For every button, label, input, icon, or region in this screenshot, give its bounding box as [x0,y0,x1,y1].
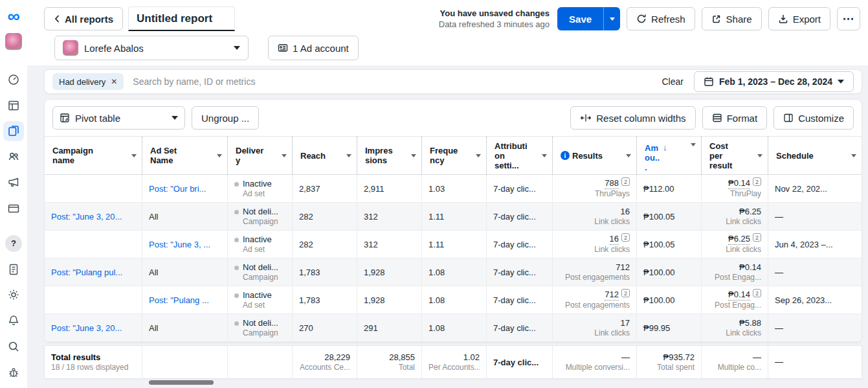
export-button[interactable]: Export [768,7,830,30]
column-header-impressions[interactable]: Impressions [357,137,421,174]
notes-icon[interactable] [3,259,24,280]
billing-card-icon[interactable] [3,198,24,219]
report-bug-icon[interactable] [3,362,24,383]
cell-adset-name: All [142,203,227,230]
column-label: Amou... [645,143,660,172]
chevron-down-icon[interactable] [411,154,416,157]
campaign-link[interactable]: Post: "June 3, 20... [51,323,122,333]
chevron-down-icon[interactable] [626,154,631,157]
adset-link[interactable]: Post: "Pulang ... [149,295,209,305]
results-value[interactable]: 16 [610,234,619,245]
adset-link[interactable]: Post: "Our bri... [149,184,206,194]
format-button[interactable]: Format [702,106,768,130]
attribution-count-badge: 2 [621,233,630,242]
account-overview-icon[interactable] [3,69,24,90]
chevron-down-icon[interactable] [757,154,762,157]
settings-gear-icon[interactable] [3,285,24,306]
campaigns-table-icon[interactable] [3,95,24,116]
date-range-button[interactable]: Feb 1, 2023 – Dec 28, 2024 [694,71,854,92]
account-avatar [63,40,78,56]
account-selector[interactable]: Lorefe Abalos [54,36,249,60]
results-value[interactable]: 788 [605,178,619,189]
chevron-down-icon[interactable] [131,154,137,157]
table-row[interactable]: Post: "Our bri... InactiveAd set 2,837 2… [45,175,862,203]
column-header-adset-name[interactable]: Ad Set Name [142,137,227,174]
profile-avatar[interactable] [5,33,22,50]
adset-link[interactable]: Post: "June 3, ... [149,240,210,249]
column-header-frequency[interactable]: Frequency [421,137,486,174]
chevron-down-icon[interactable] [851,154,856,157]
chevron-down-icon[interactable] [691,143,696,146]
info-icon[interactable]: i [561,151,570,160]
total-cost-per-result: — Multiple co... [701,346,768,378]
cell-amount-spent: ₱100.00 [636,286,701,314]
column-header-amount-spent[interactable]: Amou... ↓ [636,137,701,174]
account-name: Lorefe Abalos [84,43,144,54]
chevron-down-icon[interactable] [542,154,547,157]
attribution-count-badge: 2 [621,289,630,297]
reset-column-widths-button[interactable]: Reset column widths [570,106,695,130]
cost-unit: Link clicks [726,328,761,338]
customize-button[interactable]: Customize [773,106,854,130]
column-header-cost-per-result[interactable]: Cost per result [701,137,768,174]
help-icon[interactable]: ? [3,233,24,254]
column-header-results[interactable]: i Results [552,137,636,174]
results-value[interactable]: 712 [605,290,619,301]
search-icon[interactable] [3,336,24,357]
table-row[interactable]: Post: "Pulang ... InactiveAd set 1,783 1… [45,286,862,314]
column-header-schedule[interactable]: Schedule [768,137,862,174]
audiences-people-icon[interactable] [3,146,24,167]
report-title-field[interactable]: Untitled report [128,6,235,31]
chevron-down-icon[interactable] [217,154,222,157]
cell-delivery: Not deli...Campaign [227,258,292,286]
table-row[interactable]: Post: "June 3, ... InactiveAd set 282 31… [45,231,862,258]
more-options-button[interactable]: ⋯ [837,7,860,30]
cost-value: ₱5.88 [739,318,761,328]
search-input[interactable] [133,76,651,87]
sort-descending-icon[interactable]: ↓ [663,143,667,152]
filter-chip-had-delivery[interactable]: Had delivery ✕ [52,73,124,90]
filter-chip-label: Had delivery [59,77,106,87]
column-header-attribution[interactable]: Attribution setti... [486,137,552,174]
cost-value[interactable]: ₱0.14 [728,290,750,301]
delivery-status-dot [234,238,239,242]
ungroup-label: Ungroup ... [201,113,249,124]
delivery-status-dot [234,182,239,187]
meta-logo-icon[interactable]: ∞ [7,8,19,25]
advertise-megaphone-icon[interactable] [3,172,24,193]
refresh-button[interactable]: Refresh [627,7,695,30]
ads-reporting-icon[interactable] [3,121,24,142]
ad-account-button[interactable]: 1 Ad account [268,36,359,60]
column-header-campaign-name[interactable]: Campaign name [45,137,142,174]
horizontal-scrollbar[interactable] [149,380,214,385]
view-type-select[interactable]: Pivot table [52,106,185,130]
chevron-down-icon[interactable] [346,154,351,157]
save-button[interactable]: Save [557,7,603,30]
adset-text: All [149,268,158,277]
total-schedule: — [768,346,862,378]
close-icon[interactable]: ✕ [111,77,117,86]
table-row[interactable]: Post: "June 3, 20... All Not deli...Camp… [45,203,862,231]
cell-frequency: 1.08 [421,286,486,314]
chevron-down-icon[interactable] [476,154,481,157]
column-header-reach[interactable]: Reach [292,137,357,174]
clear-filters-button[interactable]: Clear [662,76,683,87]
results-value: 712 [616,262,630,273]
column-header-delivery[interactable]: Delivery [227,137,292,174]
cell-campaign-name: Post: "June 3, 20... [45,203,142,230]
table-row[interactable]: Post: "June 3, 20... All Not deli...Camp… [45,314,862,342]
campaign-link[interactable]: Post: "Pulang pul... [51,268,122,277]
all-reports-back-button[interactable]: All reports [44,7,123,30]
share-icon [711,14,722,24]
chevron-down-icon[interactable] [282,154,287,157]
notifications-bell-icon[interactable] [3,310,24,331]
ungroup-button[interactable]: Ungroup ... [192,106,259,130]
cell-frequency: 1.11 [421,231,486,258]
campaign-link[interactable]: Post: "June 3, 20... [51,212,122,222]
save-options-chevron[interactable] [603,7,620,30]
cost-value[interactable]: ₱6.25 [728,234,750,245]
table-row[interactable]: Post: "Pulang pul... All Not deli...Camp… [45,258,862,286]
cost-value[interactable]: ₱0.14 [728,178,750,189]
share-button[interactable]: Share [702,7,762,30]
cell-reach: 2,837 [292,175,357,202]
